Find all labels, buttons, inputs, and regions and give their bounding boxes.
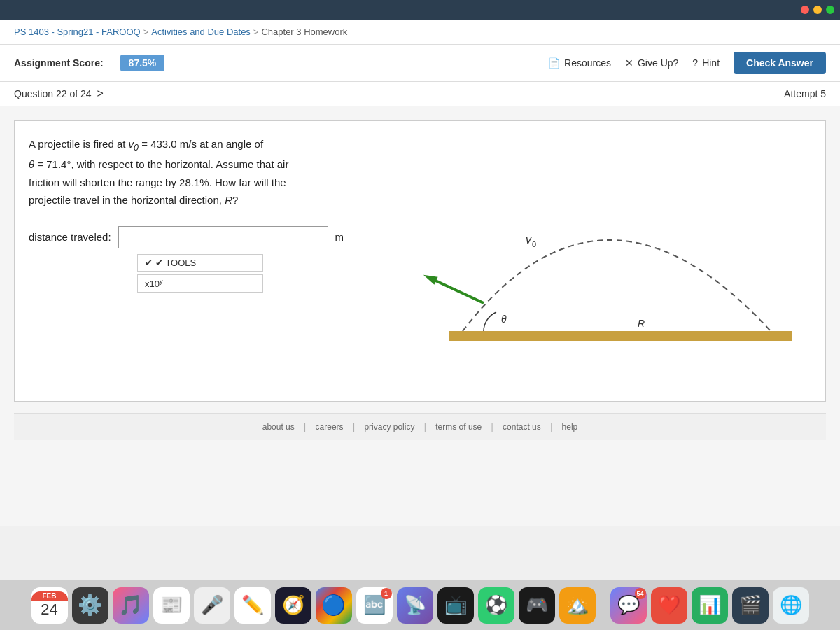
question-layout: A projectile is fired at v0 = 433.0 m/s …: [29, 135, 811, 387]
question-nav: Question 22 of 24 > Attempt 5: [0, 82, 840, 106]
svg-line-0: [433, 279, 484, 303]
score-badge: 87.5%: [120, 55, 165, 71]
dock-item-safari[interactable]: 🧭: [275, 587, 312, 624]
question-line-2: θ = 71.4°, with respect to the horizonta…: [29, 155, 393, 174]
dock-item-notes[interactable]: ✏️: [234, 587, 271, 624]
v0-var: v0: [129, 138, 139, 150]
dock-mail-badge: 1: [381, 588, 392, 599]
question-text: A projectile is fired at v0 = 433.0 m/s …: [29, 135, 393, 209]
dock-item-tv[interactable]: 📺: [438, 587, 474, 624]
hint-button[interactable]: ? Hint: [692, 57, 720, 69]
dock-divider: [603, 592, 603, 620]
dock-calendar-month: FEB: [31, 592, 68, 601]
check-answer-button[interactable]: Check Answer: [734, 52, 826, 74]
projectile-path-dashed: [463, 240, 771, 331]
answer-row: distance traveled: m: [29, 226, 393, 248]
next-question-arrow[interactable]: >: [97, 88, 104, 100]
header-actions: 📄 Resources ✕ Give Up? ? Hint Check Answ…: [548, 52, 826, 74]
dock-item-finder[interactable]: 🌐: [773, 587, 809, 624]
breadcrumb-sep-1: >: [144, 27, 149, 37]
attempt-label: Attempt 5: [784, 88, 826, 99]
dock-item-steam[interactable]: 🎮: [519, 587, 555, 624]
question-nav-label: Question 22 of 24: [14, 88, 92, 99]
dock-item-news[interactable]: 📰: [153, 587, 190, 624]
main-content: A projectile is fired at v0 = 433.0 m/s …: [0, 106, 840, 526]
hint-icon: ?: [692, 57, 698, 69]
score-label: Assignment Score:: [14, 57, 104, 69]
diagram-area: v 0 θ R: [407, 135, 811, 387]
question-left: A projectile is fired at v0 = 433.0 m/s …: [29, 135, 393, 387]
dock-item-messages[interactable]: 💬 54: [610, 587, 647, 624]
dock-item-settings[interactable]: ⚙️: [72, 587, 108, 624]
question-line-3: friction will shorten the range by 28.1%…: [29, 174, 393, 192]
breadcrumb-current: Chapter 3 Homework: [261, 27, 347, 37]
dock-item-spotify[interactable]: 📡: [397, 587, 433, 624]
breadcrumb-activities[interactable]: Activities and Due Dates: [151, 27, 251, 37]
footer-privacy[interactable]: privacy policy: [364, 422, 414, 432]
dock-item-calendar[interactable]: FEB 24: [31, 587, 68, 624]
maximize-button[interactable]: [826, 6, 834, 14]
resources-icon: 📄: [548, 57, 560, 69]
footer-careers[interactable]: careers: [316, 422, 344, 432]
question-line-1: A projectile is fired at v0 = 433.0 m/s …: [29, 135, 393, 155]
footer-help[interactable]: help: [562, 422, 578, 432]
breadcrumb: PS 1403 - Spring21 - FAROOQ > Activities…: [0, 20, 840, 45]
projectile-diagram: v 0 θ R: [407, 135, 811, 387]
dock-item-video[interactable]: 🎬: [732, 587, 769, 624]
r-label: R: [638, 318, 645, 329]
tools-icon: ✔: [145, 258, 153, 268]
minimize-button[interactable]: [813, 6, 822, 14]
theta-label: θ: [501, 314, 507, 325]
dock-item-app2[interactable]: 📊: [692, 587, 728, 624]
tools-button[interactable]: ✔ ✔ TOOLS: [137, 254, 263, 272]
distance-input[interactable]: [118, 226, 328, 248]
top-bar: [0, 0, 840, 20]
dock-item-mail[interactable]: 🔤 1: [356, 587, 393, 624]
v0-label: v: [526, 234, 532, 246]
dock-item-game1[interactable]: ⚽: [478, 587, 514, 624]
resources-button[interactable]: 📄 Resources: [548, 57, 611, 69]
dock-item-app1[interactable]: ❤️: [651, 587, 687, 624]
footer: about us | careers | privacy policy | te…: [14, 413, 826, 440]
dock-item-mic[interactable]: 🎤: [194, 587, 230, 624]
assignment-header: Assignment Score: 87.5% 📄 Resources ✕ Gi…: [0, 45, 840, 82]
breadcrumb-course[interactable]: PS 1403 - Spring21 - FAROOQ: [14, 27, 141, 37]
give-up-icon: ✕: [625, 57, 634, 69]
x10-button[interactable]: x10y: [137, 274, 263, 293]
projectile-svg: v 0 θ R: [407, 135, 799, 373]
breadcrumb-sep-2: >: [253, 27, 259, 37]
distance-label: distance traveled:: [29, 231, 111, 243]
dock-calendar-day: 24: [41, 601, 57, 619]
dock-item-music[interactable]: 🎵: [113, 587, 149, 624]
svg-marker-1: [421, 271, 438, 284]
theta-var: θ: [29, 158, 34, 170]
close-button[interactable]: [801, 6, 809, 14]
dock-messages-badge: 54: [635, 588, 646, 599]
give-up-button[interactable]: ✕ Give Up?: [625, 57, 678, 69]
dock-item-photos[interactable]: 🏔️: [559, 587, 596, 624]
unit-label: m: [335, 231, 344, 243]
dock-item-chrome[interactable]: 🔵: [316, 587, 352, 624]
launch-arrow: [421, 271, 485, 307]
footer-about[interactable]: about us: [262, 422, 295, 432]
question-line-4: projectile travel in the horizontal dire…: [29, 191, 393, 209]
footer-terms[interactable]: terms of use: [435, 422, 482, 432]
theta-arc: [484, 312, 496, 331]
tools-section: ✔ ✔ TOOLS x10y: [137, 254, 393, 293]
ground: [449, 331, 792, 341]
footer-contact[interactable]: contact us: [503, 422, 541, 432]
dock: FEB 24 ⚙️ 🎵 📰 🎤 ✏️ 🧭 🔵 🔤 1 📡 📺 ⚽ 🎮 🏔️ 💬 …: [0, 580, 840, 630]
window-controls: [801, 6, 834, 14]
r-var: R: [225, 194, 232, 206]
v0-subscript: 0: [532, 240, 536, 248]
question-box: A projectile is fired at v0 = 433.0 m/s …: [14, 120, 826, 402]
